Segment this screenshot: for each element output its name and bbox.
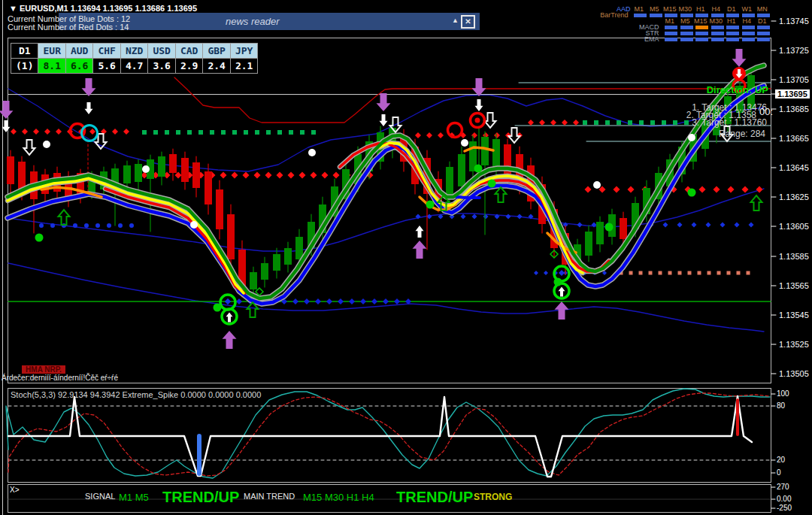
trend-bar-orange [695,26,708,29]
signal-text-main-trend: MAIN TREND [244,492,295,501]
signal-scale-label: -250 [777,504,792,512]
trend-bar-blue [695,32,708,35]
timeframe-label: M1 [662,17,678,25]
strength-header-cell: NZD [120,44,147,59]
strength-header-cell: USD [148,44,175,59]
price-scale-label: 1.13605 [779,222,809,231]
signal-scale-label: 270 [777,483,789,491]
timeframe-label: H4 [739,17,755,25]
signal-text-m1-m5: M1 M5 [119,492,149,503]
strength-header-cell: CHF [93,44,120,59]
collapse-icon[interactable]: ▲ [452,17,459,24]
red-dots-counter: Current Number of Red Dots : 14 [8,23,129,32]
trend-bar-blue [726,38,739,41]
trend-bar-blue [726,26,739,29]
price-scale-label: 1.13525 [779,340,809,349]
chart-title: ▼ EURUSD,M1 1.13694 1.13695 1.13686 1.13… [9,4,197,13]
trend-bar-blue [757,38,770,41]
timeframe-label: H1 [724,17,740,25]
timeframe-label: M5 [677,17,693,25]
signal-text-signal: SIGNAL [85,492,115,501]
trend-bar-blue [711,26,724,29]
trend-bar-blue [711,38,724,41]
signal-text-m15-m30-h1-h4: M15 M30 H1 H4 [303,492,374,503]
stoch-scale-label: 20 [777,456,785,464]
signal-corner-label: X> [10,486,20,494]
chart-title-text: EURUSD,M1 1.13694 1.13695 1.13686 1.1369… [20,4,197,13]
timeframe-label: H1 [693,5,709,13]
timeframe-label: D1 [724,5,740,13]
trend-bar-blue [726,14,739,17]
trend-bar-blue [695,14,708,17]
strength-period-label: D1 [11,44,38,59]
trend-bar-blue [757,14,770,17]
timeframe-label: M30 [708,17,724,25]
trend-bar-blue [757,32,770,35]
price-scale-label: 1.13545 [779,311,809,320]
price-scale-label: 1.13505 [779,369,809,378]
stoch-subwindow[interactable] [8,388,771,483]
news-reader-title: news reader [226,16,280,27]
trend-bar-blue [742,38,755,41]
strength-header-cell: GBP [203,44,230,59]
strength-value-cell: 4.7 [120,59,147,74]
chart-dropdown-icon[interactable]: ▼ [9,4,17,13]
timeframe-label: M30 [677,5,693,13]
hma-badge: HMA NRP. [22,365,65,374]
bartrend-label: BarTrend [600,11,628,19]
timeframe-label: M15 [662,5,678,13]
price-scale-label: 1.13745 [779,17,809,26]
time-axis-label: 00: [759,106,773,117]
mt4-window: { "header": { "dropdown_icon": "▼", "tit… [0,0,812,515]
timeframe-label: W1 [739,5,755,13]
trend-bar-blue [695,38,708,41]
close-icon[interactable]: ✕ [461,15,475,29]
price-scale-label: 1.13625 [779,192,809,201]
price-scale-label: 1.13725 [779,46,809,55]
trend-bar-blue [742,26,755,29]
trend-bar-blue [757,26,770,29]
strength-value-cell: 6.6 [65,59,92,74]
timeframe-label: H4 [708,5,724,13]
currency-strength-table: D1EURAUDCHFNZDUSDCADGBPJPY(1)8.16.65.64.… [11,43,258,74]
strength-value-cell: 2.1 [230,59,257,74]
stoch-indicator-label: Stoch(5,3,3) 92.9134 94.3942 Extreme_Spi… [11,390,261,399]
stoch-scale-label: 0 [777,468,781,477]
strength-value-cell: 2.4 [203,59,230,74]
price-scale-label: 1.13705 [779,75,809,84]
current-price-label: 1.13695 [775,89,810,98]
signal-text-trend-up: TREND/UP [396,489,473,506]
trend-bar-blue [680,38,693,41]
price-scale-label: 1.13645 [779,163,809,172]
stoch-scale-label: 100 [777,389,789,398]
stoch-scale-label: 80 [777,401,785,410]
strength-header-cell: EUR [38,44,65,59]
trend-bar-blue [711,32,724,35]
trend-bar-blue [634,14,647,17]
direction-label: Direction: UP [707,84,768,95]
trend-bar-blue [742,14,755,17]
price-scale-label: 1.13665 [779,134,809,143]
ema-row-label: EMA [644,35,659,43]
trend-bar-blue [742,32,755,35]
trend-bar-blue [665,14,677,17]
timeframe-label: M15 [693,17,709,25]
main-chart-area[interactable] [8,38,771,383]
trend-bar-blue [650,14,662,17]
trend-bar-blue [665,38,677,41]
timeframe-label: MN [755,5,771,13]
strength-row-label: (1) [11,59,38,74]
trend-bar-blue [711,14,724,17]
signal-scale-label: 0.00 [777,495,791,503]
trend-bar-blue [726,32,739,35]
strength-value-cell: 8.1 [38,59,65,74]
strength-header-cell: CAD [175,44,202,59]
strength-value-cell: 5.6 [93,59,120,74]
signal-text-trend-up: TREND/UP [162,489,239,506]
strength-header-cell: AUD [65,44,92,59]
signal-text-strong: STRONG [474,492,512,502]
strength-header-cell: JPY [230,44,257,59]
price-scale-label: 1.13685 [779,105,809,114]
timeframe-label: D1 [755,17,771,25]
trend-bar-blue [665,32,677,35]
